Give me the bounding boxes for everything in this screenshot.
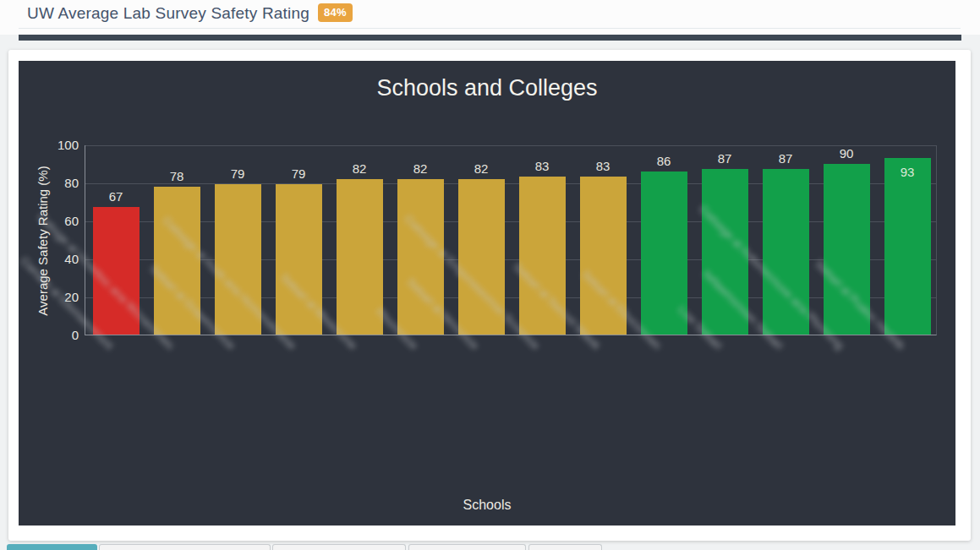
page-header: UW Average Lab Survey Safety Rating84% [0,0,980,35]
bar-14 [884,158,931,335]
chart-card: Schools and Colleges Average Safety Rati… [8,50,971,541]
chart-panel: Schools and Colleges Average Safety Rati… [19,61,955,525]
page-title: UW Average Lab Survey Safety Rating84% [27,3,353,23]
bottom-tab-5[interactable] [528,544,602,550]
bar-value-label-12: 87 [755,151,816,166]
y-tick-label-0: 0 [33,328,79,342]
bottom-tab-3[interactable] [272,544,406,550]
bar-value-label-13: 90 [816,146,877,161]
bottom-tab-2[interactable] [99,544,271,550]
page-title-text: UW Average Lab Survey Safety Rating [27,4,309,22]
x-axis-title: Schools [19,498,955,513]
bar-value-label-14: 93 [877,165,938,179]
gridline-y-100 [85,145,936,146]
average-rating-badge: 84% [318,3,353,22]
chart-title: Schools and Colleges [19,75,955,101]
bottom-tab-4[interactable] [408,544,526,550]
plot-area: 02040608010067Cwnare al Ebvnwevmsnt78Cah… [85,145,937,335]
bottom-tab-1-active[interactable] [7,544,97,550]
section-divider-bar [19,35,961,41]
bar-value-label-11: 87 [694,151,755,166]
header-divider-line [19,28,961,29]
y-tick-label-100: 100 [33,138,79,152]
